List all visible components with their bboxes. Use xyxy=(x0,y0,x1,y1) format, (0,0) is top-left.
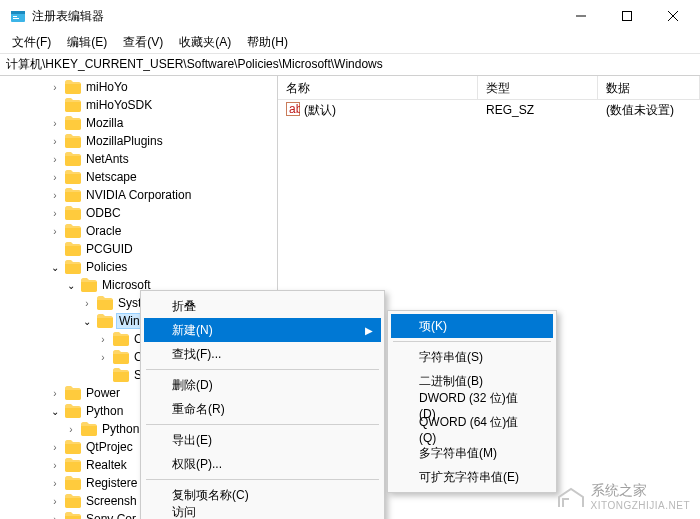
chevron-right-icon[interactable]: › xyxy=(48,476,62,490)
tree-label: Registere xyxy=(84,476,139,490)
svg-rect-1 xyxy=(11,11,25,14)
menu-item[interactable]: 项(K) xyxy=(391,314,553,338)
app-icon xyxy=(10,8,26,24)
menu-item[interactable]: 新建(N)▶ xyxy=(144,318,381,342)
chevron-right-icon[interactable]: › xyxy=(96,350,110,364)
tree-node[interactable]: ›Netscape xyxy=(0,168,277,186)
tree-node[interactable]: ›NetAnts xyxy=(0,150,277,168)
close-button[interactable] xyxy=(650,0,696,32)
chevron-right-icon[interactable]: › xyxy=(48,170,62,184)
menu-item[interactable]: 查看(V) xyxy=(115,32,171,53)
col-header-type[interactable]: 类型 xyxy=(478,76,598,99)
menu-item[interactable]: 导出(E) xyxy=(144,428,381,452)
tree-node[interactable]: ›NVIDIA Corporation xyxy=(0,186,277,204)
tree-label: MozillaPlugins xyxy=(84,134,165,148)
tree-label: Python xyxy=(100,422,141,436)
chevron-down-icon[interactable]: ⌄ xyxy=(64,278,78,292)
chevron-right-icon[interactable]: › xyxy=(48,206,62,220)
value-name: (默认) xyxy=(304,102,336,119)
chevron-right-icon[interactable]: › xyxy=(48,224,62,238)
tree-label: ODBC xyxy=(84,206,123,220)
col-header-data[interactable]: 数据 xyxy=(598,76,700,99)
value-type: REG_SZ xyxy=(478,103,598,117)
tree-node[interactable]: ›ODBC xyxy=(0,204,277,222)
menu-separator xyxy=(146,424,379,425)
tree-node[interactable]: miHoYoSDK xyxy=(0,96,277,114)
tree-label: Policies xyxy=(84,260,129,274)
menubar: 文件(F)编辑(E)查看(V)收藏夹(A)帮助(H) xyxy=(0,32,700,54)
chevron-right-icon[interactable]: › xyxy=(48,512,62,519)
chevron-right-icon[interactable]: › xyxy=(48,386,62,400)
chevron-right-icon[interactable]: › xyxy=(48,458,62,472)
context-menu: 折叠新建(N)▶查找(F)...删除(D)重命名(R)导出(E)权限(P)...… xyxy=(140,290,385,519)
menu-separator xyxy=(146,479,379,480)
chevron-right-icon[interactable]: › xyxy=(48,80,62,94)
chevron-right-icon[interactable]: › xyxy=(48,188,62,202)
menu-item[interactable]: 权限(P)... xyxy=(144,452,381,476)
value-row[interactable]: ab(默认)REG_SZ(数值未设置) xyxy=(278,100,700,120)
menu-item[interactable]: 折叠 xyxy=(144,294,381,318)
chevron-right-icon[interactable]: › xyxy=(48,494,62,508)
watermark: 系统之家 XITONGZHIJIA.NET xyxy=(557,482,691,511)
menu-item[interactable]: 帮助(H) xyxy=(239,32,296,53)
menu-item[interactable]: 可扩充字符串值(E) xyxy=(391,465,553,489)
submenu-arrow-icon: ▶ xyxy=(365,325,373,336)
menu-item[interactable]: 收藏夹(A) xyxy=(171,32,239,53)
tree-label: Realtek xyxy=(84,458,129,472)
menu-item[interactable]: 重命名(R) xyxy=(144,397,381,421)
menu-item[interactable]: QWORD (64 位)值(Q) xyxy=(391,417,553,441)
col-header-name[interactable]: 名称 xyxy=(278,76,478,99)
chevron-down-icon[interactable]: ⌄ xyxy=(48,404,62,418)
tree-label: NetAnts xyxy=(84,152,131,166)
tree-node[interactable]: ›Oracle xyxy=(0,222,277,240)
chevron-right-icon[interactable]: › xyxy=(48,152,62,166)
tree-node[interactable]: ›MozillaPlugins xyxy=(0,132,277,150)
chevron-right-icon[interactable]: › xyxy=(64,422,78,436)
chevron-right-icon[interactable]: › xyxy=(48,134,62,148)
tree-label: miHoYo xyxy=(84,80,130,94)
tree-label: miHoYoSDK xyxy=(84,98,154,112)
chevron-down-icon[interactable]: ⌄ xyxy=(48,260,62,274)
tree-label: NVIDIA Corporation xyxy=(84,188,193,202)
titlebar: 注册表编辑器 xyxy=(0,0,700,32)
chevron-right-icon[interactable]: › xyxy=(48,440,62,454)
chevron-down-icon[interactable]: ⌄ xyxy=(80,314,94,328)
menu-item[interactable]: 多字符串值(M) xyxy=(391,441,553,465)
list-header: 名称 类型 数据 xyxy=(278,76,700,100)
tree-label: Power xyxy=(84,386,122,400)
tree-label: Sony Cor xyxy=(84,512,138,519)
tree-label: Screensh xyxy=(84,494,139,508)
tree-label: Mozilla xyxy=(84,116,125,130)
menu-item[interactable]: 访问 HKEY_LOCAL_MACHINE(T) xyxy=(144,507,381,519)
chevron-right-icon[interactable]: › xyxy=(48,116,62,130)
svg-text:ab: ab xyxy=(289,102,300,116)
tree-node[interactable]: ›miHoYo xyxy=(0,78,277,96)
address-bar[interactable]: 计算机\HKEY_CURRENT_USER\Software\Policies\… xyxy=(0,54,700,76)
value-data: (数值未设置) xyxy=(598,102,700,119)
tree-node[interactable]: PCGUID xyxy=(0,240,277,258)
menu-separator xyxy=(393,341,551,342)
tree-label: Netscape xyxy=(84,170,139,184)
minimize-button[interactable] xyxy=(558,0,604,32)
watermark-url: XITONGZHIJIA.NET xyxy=(591,500,691,511)
tree-node[interactable]: ›Mozilla xyxy=(0,114,277,132)
chevron-right-icon[interactable]: › xyxy=(80,296,94,310)
tree-label: Oracle xyxy=(84,224,123,238)
menu-separator xyxy=(146,369,379,370)
string-value-icon: ab xyxy=(286,102,300,119)
watermark-name: 系统之家 xyxy=(591,482,691,500)
menu-item[interactable]: 文件(F) xyxy=(4,32,59,53)
svg-rect-4 xyxy=(623,12,632,21)
svg-rect-3 xyxy=(13,18,19,19)
tree-label: QtProjec xyxy=(84,440,135,454)
tree-label: PCGUID xyxy=(84,242,135,256)
maximize-button[interactable] xyxy=(604,0,650,32)
tree-node[interactable]: ⌄Policies xyxy=(0,258,277,276)
context-submenu-new: 项(K)字符串值(S)二进制值(B)DWORD (32 位)值(D)QWORD … xyxy=(387,310,557,493)
chevron-right-icon[interactable]: › xyxy=(96,332,110,346)
menu-item[interactable]: 删除(D) xyxy=(144,373,381,397)
menu-item[interactable]: 查找(F)... xyxy=(144,342,381,366)
menu-item[interactable]: 字符串值(S) xyxy=(391,345,553,369)
window-title: 注册表编辑器 xyxy=(32,8,558,25)
menu-item[interactable]: 编辑(E) xyxy=(59,32,115,53)
